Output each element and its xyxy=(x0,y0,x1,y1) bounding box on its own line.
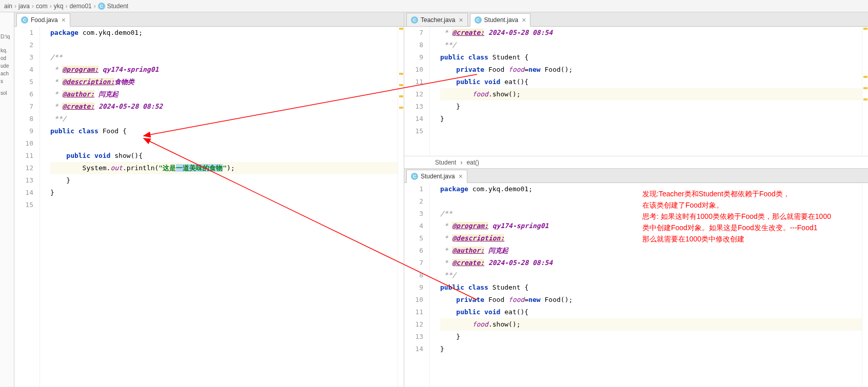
code-line[interactable]: private Food food=new Food(); xyxy=(440,64,862,76)
code-line[interactable]: private Food food=new Food(); xyxy=(440,294,862,306)
line-number: 13 xyxy=(404,331,423,343)
breadcrumb-item[interactable]: ain xyxy=(4,3,12,10)
line-number: 8 xyxy=(404,39,423,51)
close-icon[interactable]: × xyxy=(459,16,463,24)
breadcrumb-item[interactable]: ykq xyxy=(54,3,64,10)
code-line[interactable]: } xyxy=(440,343,862,355)
code-line[interactable]: public class Food { xyxy=(50,125,398,137)
chevron-right-icon: › xyxy=(14,3,16,10)
code-line[interactable]: public void eat(){ xyxy=(440,76,862,88)
marker-strip-left[interactable] xyxy=(398,27,404,387)
status-method[interactable]: eat() xyxy=(466,159,479,166)
line-number: 3 xyxy=(404,208,423,220)
code-line[interactable]: food.show(); xyxy=(440,318,862,331)
code-line[interactable] xyxy=(50,199,398,211)
tab-label: Student.java xyxy=(421,173,455,180)
chevron-right-icon: › xyxy=(94,3,96,10)
code-line[interactable]: food.show(); xyxy=(440,88,862,100)
breadcrumb-item[interactable]: com xyxy=(36,3,48,10)
code-line[interactable]: * @create: 2024-05-28 08:52 xyxy=(50,100,398,113)
project-sidebar-strip: D:\qkq.odudeachssol xyxy=(0,12,14,387)
editor-left[interactable]: 123456789101112131415 package com.ykq.de… xyxy=(14,27,404,387)
code-line[interactable]: * @author: 闫克起 xyxy=(440,245,862,257)
code-line[interactable] xyxy=(440,125,862,137)
line-number: 14 xyxy=(14,187,33,199)
breadcrumb-item[interactable]: demo01 xyxy=(69,3,91,10)
line-number: 1 xyxy=(14,27,33,39)
line-number: 15 xyxy=(404,125,423,137)
chevron-right-icon: › xyxy=(460,159,462,166)
line-number: 11 xyxy=(404,76,423,88)
line-number: 15 xyxy=(14,199,33,211)
left-editor-pane: CFood.java× 123456789101112131415 packag… xyxy=(14,12,404,387)
code-right-bottom[interactable]: package com.ykq.demo01;/** * @program: q… xyxy=(430,183,862,387)
code-line[interactable]: /** xyxy=(440,208,862,220)
chevron-right-icon: › xyxy=(65,3,67,10)
code-line[interactable]: **/ xyxy=(440,39,862,51)
class-icon: C xyxy=(98,3,105,10)
tab-label: Teacher.java xyxy=(421,16,455,24)
code-left[interactable]: package com.ykq.demo01;/** * @program: q… xyxy=(40,27,398,387)
close-icon[interactable]: × xyxy=(459,172,463,180)
close-icon[interactable]: × xyxy=(62,16,66,24)
code-line[interactable]: public void show(){ xyxy=(50,150,398,162)
marker-strip-right-bottom[interactable] xyxy=(862,183,868,387)
status-class[interactable]: Student xyxy=(435,159,456,166)
tab-bar-right-bottom: CStudent.java× xyxy=(404,169,868,183)
code-line[interactable]: * @program: qy174-spring01 xyxy=(440,220,862,232)
line-number: 2 xyxy=(14,39,33,51)
code-line[interactable]: } xyxy=(440,100,862,113)
line-number: 9 xyxy=(14,125,33,137)
line-number: 7 xyxy=(14,100,33,113)
code-line[interactable]: } xyxy=(50,174,398,187)
code-line[interactable]: * @create: 2024-05-28 08:54 xyxy=(440,27,862,39)
code-line[interactable]: public class Student { xyxy=(440,281,862,294)
breadcrumb-item[interactable]: Student xyxy=(107,3,128,10)
editor-right-bottom[interactable]: 1234567891011121314 package com.ykq.demo… xyxy=(404,183,868,387)
close-icon[interactable]: × xyxy=(522,16,526,24)
code-line[interactable]: public void eat(){ xyxy=(440,306,862,318)
code-line[interactable]: **/ xyxy=(50,113,398,125)
code-line[interactable] xyxy=(50,39,398,51)
code-line[interactable]: public class Student { xyxy=(440,51,862,64)
tab-bar-left: CFood.java× xyxy=(14,12,404,27)
line-number: 4 xyxy=(14,64,33,76)
code-line[interactable]: } xyxy=(440,113,862,125)
line-number: 4 xyxy=(404,220,423,232)
right-top-editor-pane: CTeacher.java×CStudent.java× 78910111213… xyxy=(404,12,868,169)
code-right-top[interactable]: * @create: 2024-05-28 08:54 **/public cl… xyxy=(430,27,862,156)
tab-Student-java[interactable]: CStudent.java× xyxy=(470,13,531,27)
line-number: 1 xyxy=(404,183,423,195)
class-file-icon: C xyxy=(411,16,418,24)
line-number: 11 xyxy=(404,306,423,318)
code-line[interactable]: * @create: 2024-05-28 08:54 xyxy=(440,257,862,269)
gutter-right-top: 789101112131415 xyxy=(404,27,430,156)
code-line[interactable]: System.out.println("这是一道美味的食物"); xyxy=(50,162,398,174)
line-number: 12 xyxy=(404,88,423,100)
code-line[interactable]: * @program: qy174-spring01 xyxy=(50,64,398,76)
code-line[interactable]: package com.ykq.demo01; xyxy=(50,27,398,39)
code-line[interactable]: * @description:食物类 xyxy=(50,76,398,88)
editor-right-top[interactable]: 789101112131415 * @create: 2024-05-28 08… xyxy=(404,27,868,156)
code-line[interactable]: } xyxy=(440,331,862,343)
chevron-right-icon: › xyxy=(50,3,52,10)
marker-strip-right-top[interactable] xyxy=(862,27,868,156)
line-number: 11 xyxy=(14,150,33,162)
code-line[interactable] xyxy=(50,137,398,150)
breadcrumb-item[interactable]: java xyxy=(18,3,30,10)
code-line[interactable]: } xyxy=(50,187,398,199)
breadcrumb: ain › java › com › ykq › demo01 › C Stud… xyxy=(0,0,868,12)
chevron-right-icon: › xyxy=(32,3,34,10)
tab-Food-java[interactable]: CFood.java× xyxy=(16,13,70,27)
code-line[interactable] xyxy=(440,195,862,208)
code-line[interactable]: * @author: 闫克起 xyxy=(50,88,398,100)
code-line[interactable]: package com.ykq.demo01; xyxy=(440,183,862,195)
line-number: 9 xyxy=(404,51,423,64)
code-line[interactable]: /** xyxy=(50,51,398,64)
code-line[interactable]: * @description: xyxy=(440,232,862,245)
code-line[interactable]: **/ xyxy=(440,269,862,281)
tab-Teacher-java[interactable]: CTeacher.java× xyxy=(406,13,468,26)
class-file-icon: C xyxy=(21,16,28,24)
tab-Student-java[interactable]: CStudent.java× xyxy=(406,170,467,183)
gutter-right-bottom: 1234567891011121314 xyxy=(404,183,430,387)
